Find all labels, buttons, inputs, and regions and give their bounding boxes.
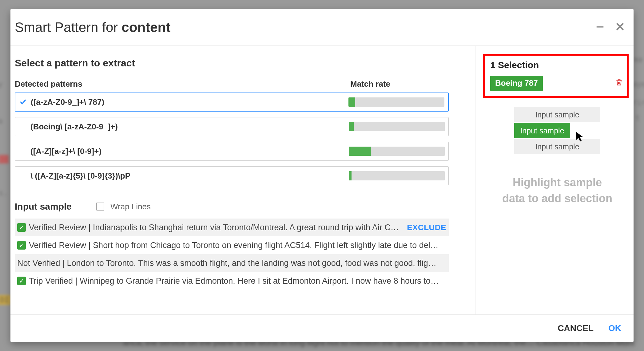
match-rate-bar <box>349 122 445 131</box>
match-rate-bar <box>348 97 444 107</box>
input-sample-slot[interactable]: Input sample <box>514 123 570 138</box>
exclude-button[interactable]: EXCLUDE <box>407 223 446 232</box>
wrap-lines-checkbox[interactable]: Wrap Lines <box>96 202 151 211</box>
pattern-row[interactable]: \ ([A-Z][a-z]{5}\ [0-9]{3})\pP <box>15 166 449 185</box>
match-rate-bar <box>349 147 445 156</box>
select-pattern-heading: Select a pattern to extract <box>15 57 449 69</box>
verified-badge-icon: ✓ <box>17 223 26 232</box>
minimize-icon[interactable] <box>595 22 605 33</box>
input-sample-stack: Input sampleInput sampleInput sample <box>489 107 626 155</box>
col-detected-patterns: Detected patterns <box>15 79 350 89</box>
input-sample-slot[interactable]: Input sample <box>514 139 600 154</box>
pattern-column-headers: Detected patterns Match rate <box>15 79 449 89</box>
cancel-button[interactable]: CANCEL <box>558 323 594 333</box>
sample-text: Verified Review | Indianapolis to Shangh… <box>29 223 407 232</box>
modal-title: Smart Pattern for content <box>15 20 170 35</box>
sample-row[interactable]: ✓Trip Verified | Winnipeg to Grande Prai… <box>15 272 449 290</box>
selection-highlight-box: 1 Selection Boeing 787 <box>483 54 629 98</box>
input-sample-heading: Input sample <box>15 201 72 212</box>
pattern-row[interactable]: ([a-zA-Z0-9_]+\ 787) <box>15 93 449 112</box>
verified-badge-icon: ✓ <box>17 241 26 250</box>
selection-count: 1 Selection <box>490 60 623 70</box>
selection-chip[interactable]: Boeing 787 <box>490 76 543 91</box>
checkbox-box[interactable] <box>96 203 104 211</box>
delete-selection-icon[interactable] <box>615 78 623 89</box>
modal-title-field: content <box>121 20 170 35</box>
pattern-row[interactable]: (Boeing\ [a-zA-Z0-9_]+) <box>15 117 449 136</box>
sample-text: Trip Verified | Winnipeg to Grande Prair… <box>29 276 446 286</box>
sample-row[interactable]: ✓Verified Review | Short hop from Chicag… <box>15 236 449 254</box>
sample-row[interactable]: ✓Verified Review | Indianapolis to Shang… <box>15 219 449 236</box>
pattern-regex: ([A-Z][a-z]+\ [0-9]+) <box>30 147 349 156</box>
input-sample-slot[interactable]: Input sample <box>514 107 600 122</box>
close-icon[interactable] <box>616 22 624 33</box>
left-panel: Select a pattern to extract Detected pat… <box>15 46 475 314</box>
modal-title-prefix: Smart Pattern for <box>15 20 121 35</box>
modal-footer: CANCEL OK <box>10 315 634 342</box>
check-icon <box>15 99 31 105</box>
svg-rect-0 <box>597 26 604 27</box>
highlight-hint: Highlight sample data to add selection <box>489 175 626 207</box>
pattern-list: ([a-zA-Z0-9_]+\ 787)(Boeing\ [a-zA-Z0-9_… <box>15 93 449 185</box>
sample-text: Verified Review | Short hop from Chicago… <box>29 241 446 250</box>
sample-row[interactable]: Not Verified | London to Toronto. This w… <box>15 254 449 272</box>
pattern-regex: ([a-zA-Z0-9_]+\ 787) <box>31 97 348 107</box>
sample-text: Not Verified | London to Toronto. This w… <box>17 258 446 268</box>
ok-button[interactable]: OK <box>608 323 621 333</box>
pattern-regex: \ ([A-Z][a-z]{5}\ [0-9]{3})\pP <box>30 171 349 181</box>
smart-pattern-modal: Smart Pattern for content Select a patte… <box>10 9 634 342</box>
wrap-lines-label: Wrap Lines <box>110 202 151 211</box>
verified-badge-icon: ✓ <box>17 277 26 285</box>
sample-list: ✓Verified Review | Indianapolis to Shang… <box>15 219 449 290</box>
right-panel: 1 Selection Boeing 787 Input sampleInput… <box>475 46 629 314</box>
modal-header: Smart Pattern for content <box>10 9 634 45</box>
pattern-row[interactable]: ([A-Z][a-z]+\ [0-9]+) <box>15 142 449 161</box>
match-rate-bar <box>349 171 445 180</box>
col-match-rate: Match rate <box>350 79 449 89</box>
pattern-regex: (Boeing\ [a-zA-Z0-9_]+) <box>30 122 349 132</box>
